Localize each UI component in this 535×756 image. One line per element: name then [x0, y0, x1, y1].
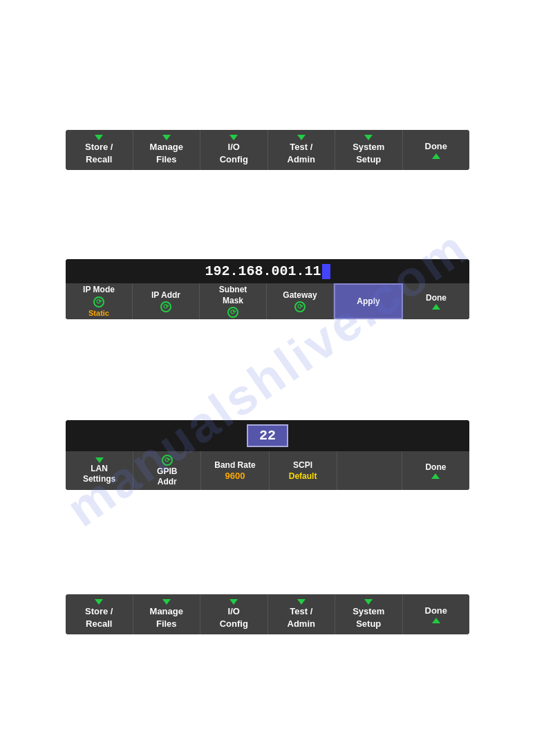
ip-cursor	[322, 264, 330, 279]
watermark: manualshlive.com	[0, 0, 535, 756]
ip-done-btn[interactable]: Done	[403, 283, 469, 319]
scpi-value: Default	[289, 471, 317, 481]
arrow-up-icon	[432, 153, 440, 159]
band-rate-btn[interactable]: Band Rate 9600	[201, 451, 269, 490]
circle-arrow-icon: ⟳	[294, 301, 306, 312]
arrow-up-icon	[432, 304, 440, 310]
toolbar2-done[interactable]: Done	[403, 594, 470, 634]
arrow-up-icon	[432, 618, 440, 623]
ip-addr-btn[interactable]: IP Addr ⟳	[133, 283, 200, 319]
toolbar2-store-recall[interactable]: Store / Recall	[66, 594, 133, 634]
circle-arrow-icon: ⟳	[227, 307, 238, 318]
scpi-btn[interactable]: SCPI Default	[270, 451, 337, 490]
gpib-panel: 22 LAN Settings ⟳ GPIB Addr Band Rate 96…	[66, 420, 469, 490]
ip-panel: 192.168.001.11 IP Mode ⟳ Static IP Addr …	[66, 259, 469, 319]
circle-arrow-icon: ⟳	[160, 301, 171, 312]
arrow-down-icon	[364, 135, 373, 140]
arrow-down-icon	[95, 457, 104, 463]
toolbar1-manage-files[interactable]: Manage Files	[133, 130, 201, 170]
toolbar1-io-config[interactable]: I/O Config	[200, 130, 268, 170]
arrow-down-icon	[297, 135, 306, 140]
gpib-value-display: 22	[247, 424, 288, 447]
gateway-btn[interactable]: Gateway ⟳	[267, 283, 334, 319]
top-toolbar: Store / Recall Manage Files I/O Config T…	[66, 130, 469, 170]
top-toolbar-section: Store / Recall Manage Files I/O Config T…	[66, 130, 469, 170]
toolbar2-io-config[interactable]: I/O Config	[200, 594, 268, 634]
toolbar1-store-recall[interactable]: Store / Recall	[66, 130, 133, 170]
bottom-toolbar-section: Store / Recall Manage Files I/O Config T…	[66, 594, 469, 634]
toolbar1-test-admin[interactable]: Test / Admin	[268, 130, 336, 170]
ip-toolbar: IP Mode ⟳ Static IP Addr ⟳ Subnet Mask ⟳…	[66, 283, 469, 319]
bottom-toolbar: Store / Recall Manage Files I/O Config T…	[66, 594, 469, 634]
gpib-addr-btn[interactable]: ⟳ GPIB Addr	[133, 451, 201, 490]
lan-settings-btn[interactable]: LAN Settings	[66, 451, 133, 490]
arrow-down-icon	[229, 599, 238, 605]
arrow-down-icon	[162, 135, 171, 140]
ip-address-bar: 192.168.001.11	[66, 259, 469, 283]
toolbar2-manage-files[interactable]: Manage Files	[133, 594, 201, 634]
arrow-down-icon	[297, 599, 306, 605]
gpib-spacer	[337, 451, 402, 490]
toolbar2-test-admin[interactable]: Test / Admin	[268, 594, 336, 634]
toolbar2-system-setup[interactable]: System Setup	[335, 594, 403, 634]
ip-settings-section: 192.168.001.11 IP Mode ⟳ Static IP Addr …	[66, 259, 469, 319]
toolbar1-system-setup[interactable]: System Setup	[335, 130, 403, 170]
subnet-mask-btn[interactable]: Subnet Mask ⟳	[200, 283, 267, 319]
ip-mode-btn[interactable]: IP Mode ⟳ Static	[66, 283, 133, 319]
arrow-up-icon	[431, 473, 440, 479]
circle-arrow-icon: ⟳	[93, 296, 104, 308]
gpib-top-bar: 22	[66, 420, 469, 451]
gpib-done-btn[interactable]: Done	[402, 451, 469, 490]
arrow-down-icon	[229, 135, 238, 140]
arrow-down-icon	[95, 599, 103, 605]
arrow-down-icon	[95, 135, 103, 140]
gpib-section: 22 LAN Settings ⟳ GPIB Addr Band Rate 96…	[66, 420, 469, 490]
apply-btn[interactable]: Apply	[334, 283, 403, 319]
toolbar1-done[interactable]: Done	[403, 130, 470, 170]
arrow-down-icon	[162, 599, 171, 605]
gpib-toolbar: LAN Settings ⟳ GPIB Addr Band Rate 9600 …	[66, 451, 469, 490]
arrow-down-icon	[364, 599, 373, 605]
ip-address-display: 192.168.001.11	[205, 263, 321, 279]
circle-arrow-icon: ⟳	[162, 455, 173, 466]
band-rate-value: 9600	[225, 471, 245, 482]
